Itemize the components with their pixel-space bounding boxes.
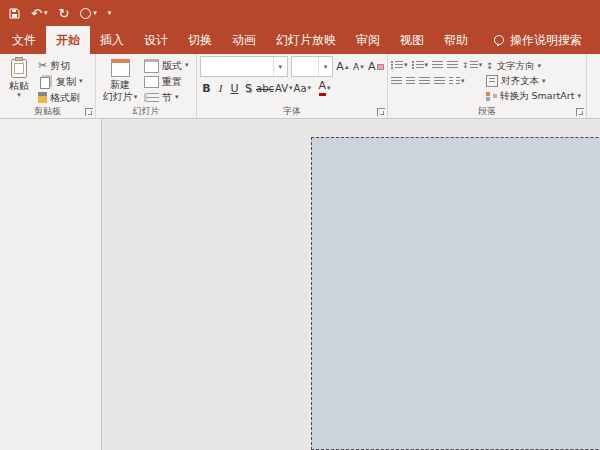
line-spacing-button[interactable]: ↕ ▾ [462, 59, 482, 72]
tab-home[interactable]: 开始 [46, 26, 90, 54]
text-shadow-label: S [245, 82, 252, 95]
underline-label: U [230, 82, 238, 95]
save-button[interactable] [9, 8, 20, 19]
change-case-dropdown-icon: ▾ [308, 85, 312, 92]
new-slide-icon [111, 59, 130, 77]
titlebar: ↶▾ ↻ ▾ ▾ [0, 0, 600, 26]
columns-button[interactable]: ▾ [449, 75, 465, 88]
slide[interactable] [311, 137, 600, 450]
text-shadow-button[interactable]: S [242, 80, 255, 96]
undo-dropdown-icon: ▾ [44, 10, 48, 17]
section-button[interactable]: 节 ▾ [144, 90, 189, 105]
main-area [0, 119, 600, 450]
customize-qat-button[interactable]: ▾ [108, 10, 112, 17]
character-spacing-button[interactable]: AV ▾ [275, 80, 293, 96]
tab-review[interactable]: 审阅 [346, 26, 390, 54]
grow-font-button[interactable]: A▴ [336, 59, 349, 75]
layout-label: 版式 [162, 61, 182, 71]
align-center-button[interactable] [406, 75, 415, 88]
text-direction-dropdown-icon: ▾ [538, 63, 542, 70]
underline-button[interactable]: U [228, 80, 241, 96]
slide-thumbnail-panel[interactable] [0, 119, 102, 450]
font-size-combobox[interactable]: ▾ [291, 56, 333, 77]
tell-me-label: 操作说明搜索 [510, 32, 582, 49]
increase-indent-icon [447, 61, 458, 70]
shrink-font-icon: ▾ [360, 63, 364, 71]
clipboard-group: 粘贴 ▾ ✂ 剪切 复制 ▾ 格式刷 剪贴板 [0, 54, 96, 118]
change-case-label: Aa [294, 83, 307, 94]
line-spacing-arrows-icon: ↕ [462, 62, 469, 70]
bold-button[interactable]: B [200, 80, 213, 96]
copy-icon [40, 77, 50, 89]
format-painter-button[interactable]: 格式刷 [38, 90, 83, 105]
customize-qat-icon: ▾ [108, 10, 112, 17]
eraser-icon [377, 64, 384, 70]
align-left-button[interactable] [391, 75, 402, 88]
change-case-button[interactable]: Aa ▾ [294, 80, 311, 96]
touch-mode-dropdown-icon: ▾ [93, 10, 97, 17]
tab-slideshow[interactable]: 幻灯片放映 [266, 26, 346, 54]
format-painter-icon [38, 92, 47, 103]
decrease-indent-button[interactable] [432, 59, 443, 72]
clear-formatting-button[interactable]: A [368, 59, 384, 75]
section-icon [144, 93, 159, 102]
paste-dropdown-icon: ▾ [17, 92, 21, 99]
tab-design[interactable]: 设计 [134, 26, 178, 54]
tab-file[interactable]: 文件 [2, 26, 46, 54]
columns-icon [449, 77, 460, 86]
bold-label: B [202, 82, 210, 95]
layout-button[interactable]: 版式 ▾ [144, 58, 189, 73]
copy-button[interactable]: 复制 ▾ [38, 74, 83, 89]
undo-button[interactable]: ↶▾ [31, 7, 47, 20]
numbering-button[interactable]: ▾ [412, 59, 429, 72]
new-slide-button[interactable]: 新建 幻灯片 ▾ [99, 56, 141, 105]
text-direction-button[interactable]: ↕ 文字方向 ▾ [486, 59, 581, 73]
align-text-button[interactable]: 对齐文本 ▾ [486, 74, 581, 88]
cut-button[interactable]: ✂ 剪切 [38, 58, 83, 73]
line-spacing-dropdown-icon: ▾ [479, 62, 483, 69]
clipboard-group-label: 剪贴板 [0, 107, 95, 117]
bullets-button[interactable]: ▾ [391, 59, 408, 72]
ribbon: 粘贴 ▾ ✂ 剪切 复制 ▾ 格式刷 剪贴板 新建 幻 [0, 54, 600, 119]
paste-button[interactable]: 粘贴 ▾ [3, 56, 35, 105]
character-spacing-label: AV [275, 83, 288, 94]
reset-label: 重置 [162, 77, 182, 87]
convert-smartart-button[interactable]: 转换为 SmartArt ▾ [486, 89, 581, 103]
align-right-button[interactable] [419, 75, 430, 88]
touch-mode-icon [80, 8, 91, 19]
tab-animations[interactable]: 动画 [222, 26, 266, 54]
reset-icon [144, 76, 159, 88]
font-color-button[interactable]: A ▾ [318, 80, 331, 96]
font-name-combobox[interactable]: ▾ [200, 56, 288, 77]
align-text-dropdown-icon: ▾ [542, 78, 546, 85]
tab-view[interactable]: 视图 [390, 26, 434, 54]
font-color-label: A [319, 80, 327, 96]
italic-button[interactable]: I [214, 80, 227, 96]
lightbulb-icon [494, 35, 504, 45]
paragraph-group: ▾ ▾ ↕ ▾ [388, 54, 587, 118]
format-painter-label: 格式刷 [50, 93, 80, 103]
font-name-dropdown-icon: ▾ [273, 57, 287, 76]
section-dropdown-icon: ▾ [175, 94, 179, 101]
grow-font-label: A [336, 60, 344, 73]
font-dialog-launcher[interactable] [377, 108, 385, 116]
bullets-dropdown-icon: ▾ [404, 62, 408, 69]
strikethrough-button[interactable]: abc [256, 80, 274, 96]
smartart-icon [486, 92, 497, 101]
increase-indent-button[interactable] [447, 59, 458, 72]
touch-mode-button[interactable]: ▾ [80, 8, 97, 19]
clipboard-dialog-launcher[interactable] [85, 108, 93, 116]
align-right-icon [419, 77, 430, 86]
reset-button[interactable]: 重置 [144, 74, 189, 89]
font-color-dropdown-icon: ▾ [327, 85, 331, 92]
align-text-label: 对齐文本 [501, 75, 539, 88]
font-group: ▾ ▾ A▴ A▾ A B I U S abc AV ▾ [197, 54, 388, 118]
tell-me-search[interactable]: 操作说明搜索 [494, 26, 582, 54]
redo-button[interactable]: ↻ [58, 7, 69, 20]
justify-button[interactable] [434, 75, 445, 88]
tab-transitions[interactable]: 切换 [178, 26, 222, 54]
tab-insert[interactable]: 插入 [90, 26, 134, 54]
paragraph-dialog-launcher[interactable] [576, 108, 584, 116]
shrink-font-button[interactable]: A▾ [352, 59, 365, 75]
tab-help[interactable]: 帮助 [434, 26, 478, 54]
